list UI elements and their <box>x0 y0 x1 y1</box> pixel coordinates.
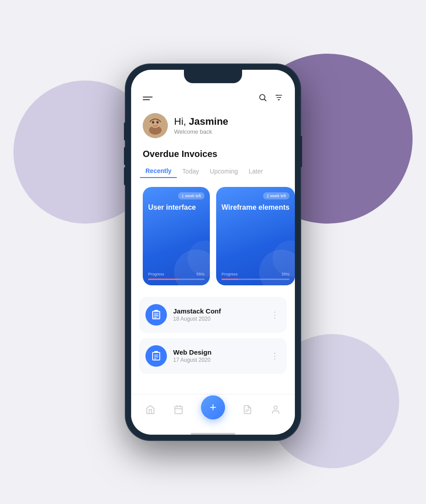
progress-bar-2 <box>222 279 290 280</box>
svg-rect-24 <box>175 406 183 414</box>
card-title-1: User interface <box>148 203 204 212</box>
clipboard-icon-2 <box>151 351 162 361</box>
bottom-nav: + <box>131 394 295 430</box>
svg-point-13 <box>153 122 154 123</box>
cards-carousel: 1 week left User interface Progress 55% <box>131 184 295 294</box>
progress-bar-1 <box>148 279 204 280</box>
list-info-2: Web Design 17 August 2020 <box>173 348 263 363</box>
svg-point-30 <box>274 406 277 409</box>
svg-rect-19 <box>154 310 158 312</box>
greeting-text: Hi, Jasmine Welcome back <box>174 116 228 135</box>
invoice-nav-icon[interactable] <box>242 404 253 415</box>
tab-later[interactable]: Later <box>243 165 268 178</box>
phone-notch <box>184 70 242 83</box>
home-indicator <box>191 433 235 435</box>
filter-icon[interactable] <box>274 93 283 104</box>
section-title: Overdue Invoices <box>131 147 295 165</box>
progress-fill-1 <box>148 279 179 280</box>
tab-upcoming[interactable]: Upcoming <box>204 165 243 178</box>
tab-today[interactable]: Today <box>177 165 204 178</box>
svg-point-6 <box>280 97 281 98</box>
progress-label-1: Progress 55% <box>148 272 204 276</box>
top-icons <box>258 93 283 104</box>
list-info-1: Jamstack Conf 18 August 2020 <box>173 307 263 322</box>
list-item-2[interactable]: Web Design 17 August 2020 ⋮ <box>139 338 287 374</box>
invoice-card-2[interactable]: 2 week left Wireframe elements Progress … <box>216 187 295 285</box>
card-badge-2: 2 week left <box>263 192 290 199</box>
screen-content: Hi, Jasmine Welcome back Overdue Invoice… <box>131 70 295 435</box>
greeting-line: Hi, Jasmine <box>174 116 228 127</box>
welcome-text: Welcome back <box>174 128 228 135</box>
card-bottom-2: Progress 25% <box>222 272 290 280</box>
list-name-1: Jamstack Conf <box>173 307 263 315</box>
tabs: Recently Today Upcoming Later <box>131 165 295 184</box>
list-date-2: 17 August 2020 <box>173 357 263 363</box>
list-item-1[interactable]: Jamstack Conf 18 August 2020 ⋮ <box>139 297 287 333</box>
more-icon-2[interactable]: ⋮ <box>269 349 281 363</box>
avatar <box>143 113 168 138</box>
svg-rect-23 <box>154 351 158 353</box>
list-section: Jamstack Conf 18 August 2020 ⋮ <box>131 294 295 377</box>
invoice-card-1[interactable]: 1 week left User interface Progress 55% <box>143 187 210 285</box>
tab-recently[interactable]: Recently <box>140 165 177 178</box>
list-date-1: 18 August 2020 <box>173 316 263 322</box>
card-title-2: Wireframe elements <box>222 203 290 212</box>
card-bottom-1: Progress 55% <box>148 272 204 280</box>
list-name-2: Web Design <box>173 348 263 356</box>
home-nav-icon[interactable] <box>145 404 156 415</box>
search-icon[interactable] <box>258 93 267 104</box>
svg-point-7 <box>278 99 280 100</box>
clipboard-icon-1 <box>151 309 162 320</box>
progress-label-2: Progress 25% <box>222 272 290 276</box>
svg-point-14 <box>157 122 158 123</box>
profile-section: Hi, Jasmine Welcome back <box>131 110 295 147</box>
progress-fill-2 <box>222 279 239 280</box>
list-icon-2 <box>145 345 167 367</box>
profile-nav-icon[interactable] <box>270 404 281 415</box>
calendar-nav-icon[interactable] <box>173 404 184 415</box>
more-icon-1[interactable]: ⋮ <box>269 308 281 322</box>
svg-point-5 <box>277 94 278 96</box>
list-icon-1 <box>145 304 167 326</box>
svg-line-1 <box>264 99 266 101</box>
phone-screen: Hi, Jasmine Welcome back Overdue Invoice… <box>131 70 295 435</box>
card-badge-1: 1 week left <box>178 192 204 199</box>
add-button[interactable]: + <box>201 395 225 419</box>
menu-icon[interactable] <box>143 97 153 100</box>
phone-shell: Hi, Jasmine Welcome back Overdue Invoice… <box>126 64 300 440</box>
